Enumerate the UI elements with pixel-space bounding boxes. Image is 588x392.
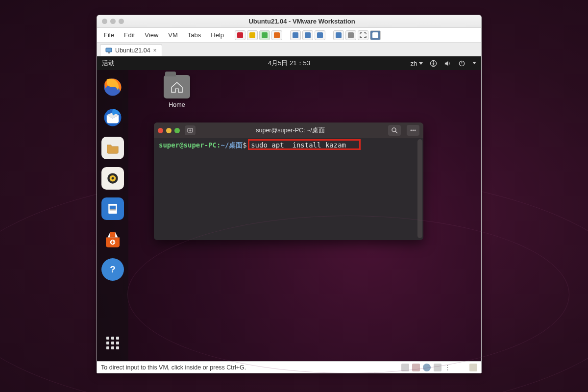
accessibility-icon[interactable] bbox=[430, 60, 437, 67]
dock-rhythmbox[interactable] bbox=[101, 167, 124, 190]
term-newtab-button[interactable] bbox=[185, 125, 196, 135]
terminal-command: sudo apt install kazam bbox=[247, 141, 346, 149]
svg-point-10 bbox=[112, 177, 114, 180]
terminal-window[interactable]: super@super-PC: ~/桌面 super@super-PC:~/桌面… bbox=[154, 122, 423, 240]
desktop-home-label: Home bbox=[159, 101, 195, 108]
prompt-dollar: $ bbox=[243, 141, 246, 149]
status-input-icon[interactable] bbox=[469, 364, 477, 371]
power-icon[interactable] bbox=[458, 60, 466, 67]
vmware-statusbar: To direct input to this VM, click inside… bbox=[97, 361, 481, 373]
svg-point-24 bbox=[415, 130, 416, 131]
home-folder-icon bbox=[164, 75, 190, 98]
statusbar-hint: To direct input to this VM, click inside… bbox=[101, 364, 246, 371]
tb-clone[interactable] bbox=[315, 30, 325, 40]
min-dot[interactable] bbox=[110, 19, 116, 24]
term-min-dot[interactable] bbox=[166, 128, 172, 133]
volume-icon[interactable] bbox=[444, 60, 451, 67]
svg-point-20 bbox=[392, 128, 396, 132]
hamburger-icon bbox=[410, 127, 416, 134]
menu-file[interactable]: File bbox=[100, 30, 118, 40]
dock-libreoffice[interactable] bbox=[101, 197, 124, 220]
dock: ? bbox=[97, 70, 128, 361]
vmware-window: Ubuntu21.04 - VMware Workstation File Ed… bbox=[97, 15, 482, 373]
menu-view[interactable]: View bbox=[141, 30, 162, 40]
topbar-clock[interactable]: 4月5日 21：53 bbox=[268, 59, 310, 68]
status-hdd-icon[interactable] bbox=[401, 364, 409, 371]
chevron-down-icon[interactable] bbox=[472, 62, 476, 65]
vm-tab-ubuntu[interactable]: Ubuntu21.04 × bbox=[100, 44, 162, 56]
svg-point-23 bbox=[413, 130, 414, 131]
dock-files[interactable] bbox=[101, 137, 124, 159]
input-lang[interactable]: zh bbox=[411, 60, 423, 67]
terminal-title: super@super-PC: ~/桌面 bbox=[198, 126, 382, 135]
svg-rect-14 bbox=[110, 211, 116, 211]
menu-vm[interactable]: VM bbox=[164, 30, 182, 40]
terminal-body[interactable]: super@super-PC:~/桌面$ sudo apt install ka… bbox=[154, 138, 423, 240]
status-printer-icon[interactable] bbox=[434, 364, 441, 371]
tb-fullscreen[interactable] bbox=[358, 30, 368, 40]
svg-text:?: ? bbox=[110, 264, 115, 274]
prompt-path: ~/桌面 bbox=[220, 141, 243, 149]
activities-button[interactable]: 活动 bbox=[102, 59, 115, 68]
statusbar-devices: ⋮ bbox=[401, 364, 477, 371]
vmware-tabstrip: Ubuntu21.04 × bbox=[97, 43, 481, 56]
vm-tab-close[interactable]: × bbox=[153, 47, 157, 54]
dock-help[interactable]: ? bbox=[101, 258, 124, 281]
term-menu-button[interactable] bbox=[407, 125, 419, 136]
desktop-home[interactable]: Home bbox=[159, 75, 195, 108]
status-more[interactable]: ⋮ bbox=[444, 364, 451, 371]
tb-poweroff[interactable] bbox=[235, 30, 245, 40]
menu-help[interactable]: Help bbox=[207, 30, 228, 40]
svg-rect-13 bbox=[110, 209, 116, 210]
window-controls[interactable] bbox=[102, 19, 124, 24]
vmware-menubar: File Edit View VM Tabs Help bbox=[97, 28, 481, 43]
term-search-button[interactable] bbox=[388, 125, 401, 136]
dock-firefox[interactable] bbox=[101, 76, 124, 98]
vm-tab-label: Ubuntu21.04 bbox=[115, 47, 150, 54]
search-icon bbox=[391, 127, 398, 134]
dock-software[interactable] bbox=[101, 228, 124, 250]
monitor-icon bbox=[105, 48, 112, 53]
tb-exclusive[interactable] bbox=[370, 30, 381, 40]
status-cd-icon[interactable] bbox=[412, 364, 420, 371]
vmware-titlebar[interactable]: Ubuntu21.04 - VMware Workstation bbox=[97, 15, 481, 28]
vmware-title: Ubuntu21.04 - VMware Workstation bbox=[127, 18, 476, 25]
menu-edit[interactable]: Edit bbox=[120, 30, 139, 40]
svg-point-3 bbox=[433, 61, 434, 63]
guest-viewport[interactable]: 活动 4月5日 21：53 zh bbox=[97, 56, 481, 361]
dock-show-apps[interactable] bbox=[101, 332, 124, 354]
tb-restart[interactable] bbox=[271, 30, 282, 40]
term-close-dot[interactable] bbox=[158, 128, 163, 133]
gnome-topbar[interactable]: 活动 4月5日 21：53 zh bbox=[97, 56, 481, 70]
close-dot[interactable] bbox=[102, 19, 107, 24]
svg-rect-0 bbox=[106, 48, 112, 52]
tb-console[interactable] bbox=[345, 30, 356, 40]
tb-pause[interactable] bbox=[247, 30, 258, 40]
svg-rect-12 bbox=[110, 206, 116, 209]
tb-snapshot-manager[interactable] bbox=[302, 30, 313, 40]
status-net-icon[interactable] bbox=[423, 364, 431, 371]
menu-tabs[interactable]: Tabs bbox=[184, 30, 205, 40]
vmware-toolbar bbox=[235, 30, 381, 40]
tb-play[interactable] bbox=[259, 30, 270, 40]
dock-thunderbird[interactable] bbox=[101, 106, 124, 129]
svg-line-21 bbox=[395, 131, 397, 133]
term-max-dot[interactable] bbox=[174, 128, 180, 133]
terminal-titlebar[interactable]: super@super-PC: ~/桌面 bbox=[154, 122, 423, 138]
prompt-user: super@super-PC bbox=[159, 141, 217, 149]
tb-unity[interactable] bbox=[333, 30, 344, 40]
max-dot[interactable] bbox=[119, 19, 124, 24]
svg-point-22 bbox=[411, 130, 412, 131]
tb-snapshot[interactable] bbox=[290, 30, 301, 40]
terminal-scrollbar[interactable] bbox=[417, 139, 422, 238]
svg-rect-1 bbox=[108, 52, 110, 53]
